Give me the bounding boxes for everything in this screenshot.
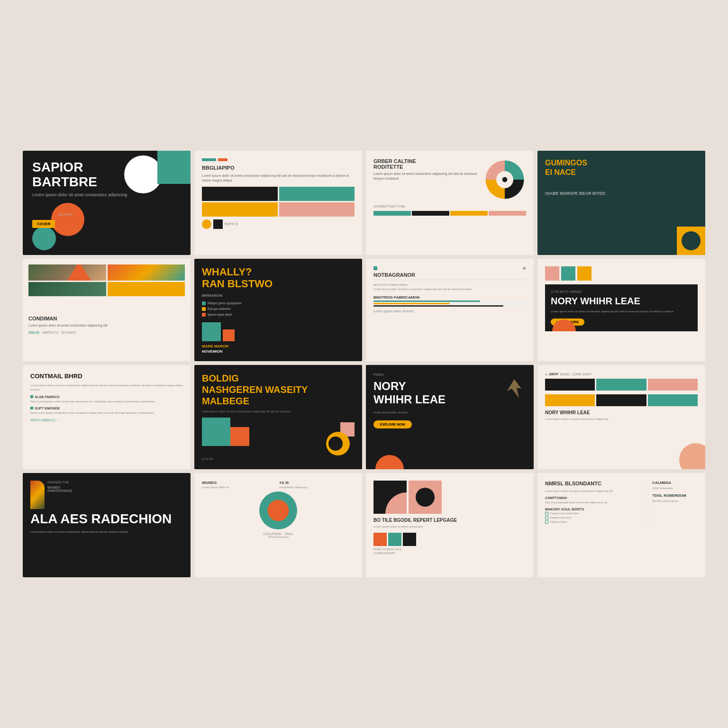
dark-rect-geo [373,481,407,514]
card5-label2: MARKETS [42,331,58,334]
check-text-3: Feature three [550,520,567,523]
teal-dot-2 [30,407,33,410]
card16-section1: CAMPTOMAN [545,496,644,500]
bullet-2: Est qui dolorem [202,307,355,311]
card9-body3: Nemo enim ipsam voluptatem quia voluptas… [30,411,183,416]
card14-title2: YS IS [279,481,355,485]
card-light-geometric: ● ORYP BAMO LOMR GORT NORY WHIHR LEAE Lo… [537,365,705,469]
card9-link[interactable]: MOST FABRICO → [30,419,183,422]
small-dark-rect [213,219,223,229]
bullet-3: Ipsum quia dolor [202,313,355,317]
card16-body2: Sed ut perspiciatis unde omnis iste natu… [545,500,644,505]
card6-bullets: Neque porro quisquam Est qui dolorem Ips… [202,301,355,317]
card12-dot-label: ● [545,373,547,376]
card2-mini-grid [202,187,355,217]
ms-1 [545,379,595,391]
salmon-rect-geo [409,481,442,514]
card11-btn[interactable]: EXPLORE NOW [373,420,412,428]
card-hero-dark: SAPIOR BARTBRE Lorem ipsum dolor sit ame… [23,151,191,255]
ms-3 [648,379,698,391]
card-document-1: ▣ NOTBAGRANOR BNOTROG FABRICAMON Lorem i… [366,259,534,361]
ms-6 [648,394,698,406]
card3-body: Lorem ipsum dolor sit amet consectetur a… [373,172,480,181]
card16-section2: BINKORY GOUL BIORTS [545,508,644,511]
black-circle [328,437,343,451]
card14-body2: consectetur adipiscing [279,486,355,489]
check-2: Feature two here [545,516,644,519]
card16-body1: Lorem ipsum dolor sit amet consectetur a… [545,489,644,493]
card12-label3: LOMR GORT [572,373,592,376]
main-grid: SAPIOR BARTBRE Lorem ipsum dolor sit ame… [23,151,705,577]
card-images-triangle: CONDIMAN Lorem ipsum dolor sit amet cons… [23,259,191,361]
forest-image [28,282,106,296]
cell-dark [202,187,278,201]
hero-btn[interactable]: COVER [32,220,55,228]
card15-geo-area [373,481,526,514]
card-document-3: NMRSL BLSONDANTC Lorem ipsum dolor sit a… [537,473,705,577]
top-shapes [545,266,698,281]
check-text-2: Feature two here [550,516,571,519]
chart-label: SUPARIPTOM TYME [373,205,526,208]
card7-title: NOTBAGRANOR [373,272,526,280]
teal-bar [202,158,216,161]
teal-small-circle [32,227,56,250]
rect-orange [230,427,249,446]
card6-title: WHALLY? RAN BLSTWO [202,266,355,289]
card-pie-chart: GRBER CALTINE RODITETTE Lorem ipsum dolo… [366,151,534,255]
card13-sublabel: WUNDOOVINTATIONCE [47,486,72,492]
cell-orange [202,202,278,217]
dark-circle-geo [416,488,435,507]
fill-1 [373,300,480,302]
hero-subtitle: Lorem ipsum dolor sit amet consectetur a… [32,192,181,197]
swatch-salmon [489,211,526,216]
cell-teal [279,187,355,201]
rect-teal [202,418,230,446]
card16-col2-v2: MOON Lorem ipsum [652,500,698,502]
coral-block-deco [223,329,235,341]
bs-coral [373,533,387,546]
card4-title: GUMINGOS EI NACE [545,158,698,176]
card-light-circle: WUNDO Lorem ipsum dolor sit YS IS consec… [194,473,362,577]
card12-label1: ORYP [549,373,558,376]
mountain-image [28,264,106,281]
bullet-1: Neque porro quisquam [202,301,355,305]
doc-dot [373,266,377,270]
card15-sub2: FOMRE BURMO [373,552,526,555]
swatch-orange [450,211,488,216]
card-dark-typography: PARA NORYWHIHR LEAE Lorem ipsum dolor si… [366,365,534,469]
card16-col2-t2: TDGL NOBERDOM [652,493,698,498]
top-bar [202,158,355,161]
card13-body: Lorem ipsum dolor sit amet consectetur a… [30,530,183,534]
card3-title: GRBER CALTINE RODITETTE [373,158,480,170]
card9-section1: ALSB FABRICO [30,395,183,399]
card-dark-hero-center: O TO ANTO OMNAS NORY WHIHR LEAE Lorem ip… [537,259,705,361]
card16-col2-t1: CALMEDA [652,481,698,485]
coral-circle-deco [679,443,705,469]
bullet-text-1: Neque porro quisquam [208,301,241,305]
swatch-teal [373,211,411,216]
c8-small-label: O TO ANTO OMNAS [551,290,692,293]
card6-nov: NOVEMION [202,349,355,354]
ms-2 [596,379,646,391]
card7-body: Lorem ipsum dolor sit amet consectetur a… [373,287,526,291]
check-3: Feature three [545,520,644,524]
bullet-text-3: Ipsum quia dolor [208,313,232,316]
hero-sub-label: SA PATK [58,212,73,217]
ms-4 [545,394,595,406]
card5-title: CONDIMAN [28,316,185,321]
card7-subtitle: BNOTROG FABRICAMON [373,283,526,287]
fill-2 [373,303,450,304]
card4-label: OIABE BDMSPE BEAR BITED [545,191,698,196]
card5-label3: SO RANT [61,331,76,334]
mini-shapes-grid2 [545,394,698,406]
card15-title: BO TILE BGODIL REPERT LEPGAGE [373,518,526,523]
flowers-image [108,264,185,281]
card14-sub: 1016 Nobenttion [202,536,355,538]
bird-deco [502,374,526,403]
cell-salmon [279,202,355,217]
pie-chart-svg [483,158,526,201]
card12-title: NORY WHIHR LEAE [545,410,698,415]
card16-col2-v1: 1016 Nobenttion [652,487,698,490]
half-circle-bottom [375,455,404,469]
card12-label2: BAMO [560,373,570,376]
